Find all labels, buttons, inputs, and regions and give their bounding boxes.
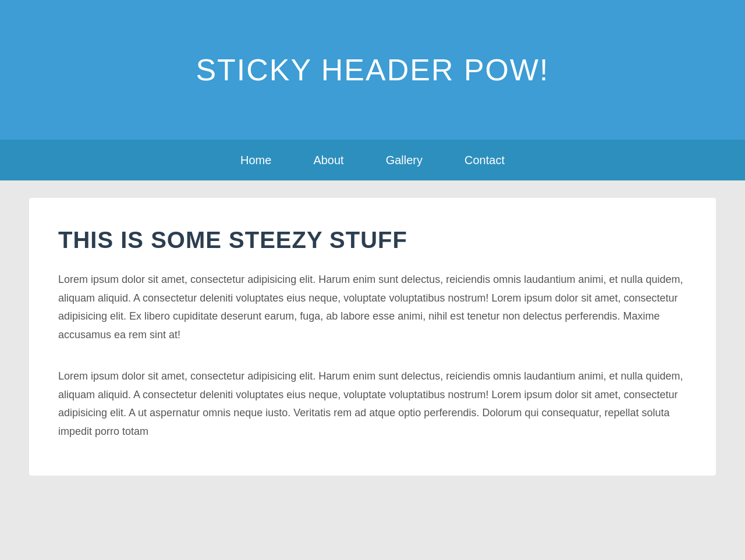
nav-item-home[interactable]: Home (231, 149, 281, 172)
nav-item-about[interactable]: About (304, 149, 353, 172)
content-card: THIS IS SOME STEEZY STUFF Lorem ipsum do… (29, 198, 716, 476)
nav-item-gallery[interactable]: Gallery (377, 149, 432, 172)
content-heading: THIS IS SOME STEEZY STUFF (58, 227, 687, 253)
content-paragraph-1: Lorem ipsum dolor sit amet, consectetur … (58, 271, 687, 344)
nav-item-contact[interactable]: Contact (455, 149, 514, 172)
hero-header: STICKY HEADER POW! (0, 0, 745, 140)
content-paragraph-2: Lorem ipsum dolor sit amet, consectetur … (58, 367, 687, 441)
site-title: STICKY HEADER POW! (196, 52, 549, 87)
main-content: THIS IS SOME STEEZY STUFF Lorem ipsum do… (0, 180, 745, 511)
nav-bar: Home About Gallery Contact (0, 140, 745, 180)
